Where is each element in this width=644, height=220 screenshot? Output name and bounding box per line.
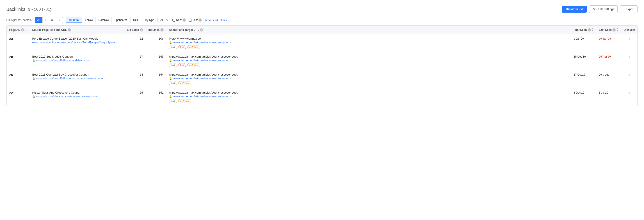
first-seen-date: 15 Dec'19: [574, 55, 586, 58]
ext-links-value: 57: [140, 55, 143, 58]
type-select[interactable]: All: [158, 17, 169, 23]
anchor-text: https://www.carmax.com/articles/best-cro…: [169, 91, 568, 94]
tag-nofollow: nofollow: [178, 81, 191, 85]
link-type-follow[interactable]: Follow: [82, 17, 96, 23]
first-seen-date: 8 Dec'19: [574, 91, 584, 94]
tags-row: textnofollow: [169, 99, 568, 103]
disavow-add-button[interactable]: +: [628, 55, 631, 59]
cell-first-seen: 8 Dec'19: [571, 88, 596, 106]
lost-filter[interactable]: Lost i: [189, 18, 202, 22]
col-ext-links[interactable]: Ext Links i: [124, 26, 146, 34]
disavow-list-button[interactable]: Disavow list: [562, 6, 587, 13]
int-links-value: 106: [159, 37, 164, 40]
col-first-seen[interactable]: First Seen i ▲▼: [571, 26, 596, 34]
col-page-as[interactable]: Page AS i ▲▼: [6, 26, 30, 34]
ref-domain-3[interactable]: 3: [49, 17, 55, 23]
col-int-links[interactable]: Int Links i: [146, 26, 166, 34]
export-button[interactable]: ↑ Export: [620, 5, 638, 13]
cell-first-seen: 15 Dec'19: [571, 52, 596, 70]
table-body: 33 Ford Escape Cargo Space | 2020 Best C…: [6, 34, 638, 106]
source-link[interactable]: couponlx.com/nissan-suvs-and-crossovers-…: [36, 95, 97, 98]
cell-int-links: 155: [146, 52, 166, 70]
new-label: New: [176, 18, 182, 22]
tag-lost: lost: [178, 63, 186, 67]
source-link[interactable]: www.theloudounhomeowner.com/reviews/Ford…: [32, 41, 115, 44]
cell-source: Best 2018 Compact Suv Crossover Coupon 🔒…: [30, 70, 124, 88]
anchor-link[interactable]: www.carmax.com/articles/best-crossover-s…: [173, 77, 228, 80]
cell-int-links: 154: [146, 70, 166, 88]
cell-first-seen: 17 Oct'19: [571, 70, 596, 88]
col-anchor: Anchor and Target URL i: [166, 26, 571, 34]
anchor-url-row: 🔒 www.carmax.com/articles/best-crossover…: [169, 41, 568, 44]
cell-page-as: 25: [6, 70, 30, 88]
filters-row: Links per ref. domain All 1 3 10 All lin…: [6, 17, 638, 23]
anchor-link[interactable]: www.carmax.com/articles/best-crossover-s…: [173, 95, 228, 98]
int-links-value: 154: [159, 73, 164, 76]
last-seen-date: 29 d ago: [599, 73, 610, 76]
table-settings-label: Table settings: [596, 7, 614, 11]
new-checkbox[interactable]: [172, 19, 175, 22]
advanced-filters-label: Advanced Filters: [205, 18, 227, 22]
last-seen-date: 29 Jan'20: [599, 37, 611, 40]
ref-domain-10[interactable]: 10: [55, 17, 63, 23]
link-type-nofollow[interactable]: Nofollow: [96, 17, 112, 23]
lost-info-icon: i: [198, 18, 202, 22]
external-link-icon: ↗: [105, 77, 106, 80]
cell-disavow: +: [621, 52, 638, 70]
tag-lost: lost: [178, 45, 186, 49]
tag-nofollow: nofollow: [187, 45, 200, 49]
disavow-add-button[interactable]: +: [628, 37, 631, 41]
col-last-seen[interactable]: Last Seen i ▲▼: [596, 26, 621, 34]
new-filter[interactable]: New i: [172, 18, 186, 22]
lock-icon: 🔒: [32, 59, 36, 62]
tag-text: text: [169, 63, 177, 67]
advanced-filters-button[interactable]: Advanced Filters ▾: [205, 18, 229, 22]
export-icon: ↑: [623, 7, 625, 11]
ref-domain-group: All 1 3 10: [35, 17, 63, 23]
anchor-link[interactable]: www.carmax.com/articles/best-crossover-s…: [173, 59, 228, 62]
col-disavow: Disavow: [621, 26, 638, 34]
ref-domain-all[interactable]: All: [35, 17, 42, 23]
ref-domain-1[interactable]: 1: [42, 17, 49, 23]
table-settings-button[interactable]: ⚙ Table settings: [589, 5, 618, 13]
cell-anchor: https://www.carmax.com/articles/best-cro…: [166, 88, 571, 106]
cell-anchor: https://www.carmax.com/articles/best-cro…: [166, 70, 571, 88]
export-label: Export: [626, 7, 634, 11]
cell-last-seen: 25 Apr'20: [596, 52, 621, 70]
table-header: Page AS i ▲▼ Source Page Title and URL i: [6, 26, 638, 34]
cell-ext-links: 62: [124, 34, 146, 52]
page-as-value: 28: [9, 55, 13, 59]
cell-source: Nissan Suvs And Crossovers Coupon 🔒 coup…: [30, 88, 124, 106]
anchor-lock-icon: 🔒: [169, 77, 172, 80]
cell-page-as: 22: [6, 88, 30, 106]
cell-disavow: +: [621, 88, 638, 106]
col-first-seen-label: First Seen: [574, 28, 587, 31]
anchor-external-icon: ↗: [229, 77, 231, 80]
link-type-ugc[interactable]: UGC: [130, 17, 142, 23]
source-link[interactable]: couponlx.com/best-2018-compact-suv-cross…: [36, 77, 104, 80]
first-seen-date: 17 Oct'19: [574, 73, 585, 76]
cell-int-links: 151: [146, 88, 166, 106]
anchor-text: https://www.carmax.com/articles/best-cro…: [169, 55, 568, 58]
cell-ext-links: 57: [124, 52, 146, 70]
source-link[interactable]: couponlx.com/best-2019-suv-models-coupon: [36, 59, 90, 62]
ext-links-value: 62: [140, 37, 143, 40]
page-as-value: 22: [9, 91, 13, 95]
cell-last-seen: 29 d ago: [596, 70, 621, 88]
tag-text: text: [169, 99, 177, 103]
disavow-add-button[interactable]: +: [628, 73, 631, 77]
anchor-link[interactable]: www.carmax.com/articles/best-crossover-s…: [173, 41, 228, 44]
lost-checkbox[interactable]: [189, 19, 192, 22]
int-links-value: 155: [159, 55, 164, 58]
cell-last-seen: 3 Jul'20: [596, 88, 621, 106]
source-info-icon: i: [68, 28, 71, 31]
external-link-icon: ↗: [98, 95, 99, 98]
tags-row: textlostnofollow: [169, 45, 568, 49]
last-seen-info-icon: i: [612, 28, 616, 31]
col-source-label: Source Page Title and URL: [32, 28, 67, 31]
link-type-all[interactable]: All links: [66, 17, 82, 23]
cell-page-as: 28: [6, 52, 30, 70]
link-type-sponsored[interactable]: Sponsored: [112, 17, 130, 23]
disavow-add-button[interactable]: +: [628, 91, 631, 95]
title-text: Backlinks: [6, 7, 25, 12]
